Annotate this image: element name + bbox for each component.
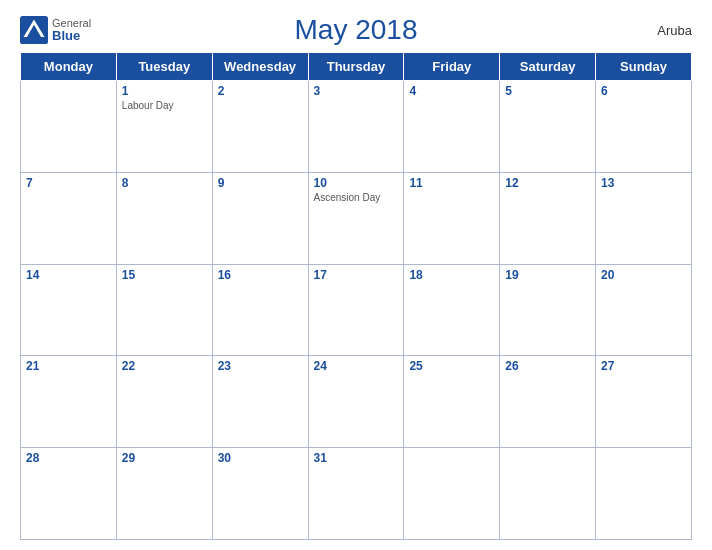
day-number: 29 bbox=[122, 451, 207, 465]
day-number: 2 bbox=[218, 84, 303, 98]
logo-blue-label: Blue bbox=[52, 29, 91, 43]
holiday-label: Ascension Day bbox=[314, 192, 399, 203]
day-number: 31 bbox=[314, 451, 399, 465]
calendar-cell: 11 bbox=[404, 172, 500, 264]
day-number: 22 bbox=[122, 359, 207, 373]
col-thursday: Thursday bbox=[308, 53, 404, 81]
col-monday: Monday bbox=[21, 53, 117, 81]
calendar-cell bbox=[404, 448, 500, 540]
day-number: 7 bbox=[26, 176, 111, 190]
day-number: 20 bbox=[601, 268, 686, 282]
page-title: May 2018 bbox=[295, 14, 418, 46]
col-wednesday: Wednesday bbox=[212, 53, 308, 81]
calendar-header: General Blue May 2018 Aruba bbox=[20, 14, 692, 46]
day-number: 28 bbox=[26, 451, 111, 465]
calendar-week-3: 14151617181920 bbox=[21, 264, 692, 356]
calendar-cell: 28 bbox=[21, 448, 117, 540]
calendar-header-row: Monday Tuesday Wednesday Thursday Friday… bbox=[21, 53, 692, 81]
calendar-cell: 15 bbox=[116, 264, 212, 356]
calendar-cell: 31 bbox=[308, 448, 404, 540]
calendar-cell: 7 bbox=[21, 172, 117, 264]
day-number: 24 bbox=[314, 359, 399, 373]
day-number: 6 bbox=[601, 84, 686, 98]
calendar-cell: 29 bbox=[116, 448, 212, 540]
day-number: 9 bbox=[218, 176, 303, 190]
day-number: 17 bbox=[314, 268, 399, 282]
calendar-cell: 17 bbox=[308, 264, 404, 356]
calendar-cell bbox=[500, 448, 596, 540]
calendar-week-5: 28293031 bbox=[21, 448, 692, 540]
calendar-cell bbox=[21, 81, 117, 173]
calendar-body: 1Labour Day2345678910Ascension Day111213… bbox=[21, 81, 692, 540]
logo-icon bbox=[20, 16, 48, 44]
calendar-cell: 25 bbox=[404, 356, 500, 448]
logo: General Blue bbox=[20, 16, 91, 44]
col-tuesday: Tuesday bbox=[116, 53, 212, 81]
day-number: 11 bbox=[409, 176, 494, 190]
day-number: 15 bbox=[122, 268, 207, 282]
country-label: Aruba bbox=[657, 23, 692, 38]
col-friday: Friday bbox=[404, 53, 500, 81]
day-number: 25 bbox=[409, 359, 494, 373]
calendar-cell: 5 bbox=[500, 81, 596, 173]
calendar-cell: 2 bbox=[212, 81, 308, 173]
day-number: 1 bbox=[122, 84, 207, 98]
logo-text: General Blue bbox=[52, 17, 91, 43]
calendar-cell: 26 bbox=[500, 356, 596, 448]
calendar-cell: 19 bbox=[500, 264, 596, 356]
day-number: 23 bbox=[218, 359, 303, 373]
calendar-week-4: 21222324252627 bbox=[21, 356, 692, 448]
calendar-cell: 12 bbox=[500, 172, 596, 264]
day-number: 12 bbox=[505, 176, 590, 190]
calendar-cell: 10Ascension Day bbox=[308, 172, 404, 264]
calendar-cell: 24 bbox=[308, 356, 404, 448]
calendar-cell: 14 bbox=[21, 264, 117, 356]
calendar-cell: 4 bbox=[404, 81, 500, 173]
day-number: 26 bbox=[505, 359, 590, 373]
col-sunday: Sunday bbox=[596, 53, 692, 81]
calendar-week-1: 1Labour Day23456 bbox=[21, 81, 692, 173]
day-number: 27 bbox=[601, 359, 686, 373]
calendar-cell: 6 bbox=[596, 81, 692, 173]
day-number: 18 bbox=[409, 268, 494, 282]
day-number: 21 bbox=[26, 359, 111, 373]
calendar-cell: 18 bbox=[404, 264, 500, 356]
day-number: 10 bbox=[314, 176, 399, 190]
calendar-cell: 13 bbox=[596, 172, 692, 264]
day-number: 13 bbox=[601, 176, 686, 190]
calendar-cell: 20 bbox=[596, 264, 692, 356]
calendar-cell: 8 bbox=[116, 172, 212, 264]
holiday-label: Labour Day bbox=[122, 100, 207, 111]
day-number: 5 bbox=[505, 84, 590, 98]
calendar-cell: 1Labour Day bbox=[116, 81, 212, 173]
calendar-table: Monday Tuesday Wednesday Thursday Friday… bbox=[20, 52, 692, 540]
day-number: 8 bbox=[122, 176, 207, 190]
calendar-cell bbox=[596, 448, 692, 540]
day-number: 14 bbox=[26, 268, 111, 282]
calendar-cell: 16 bbox=[212, 264, 308, 356]
day-number: 19 bbox=[505, 268, 590, 282]
col-saturday: Saturday bbox=[500, 53, 596, 81]
day-number: 4 bbox=[409, 84, 494, 98]
calendar-week-2: 78910Ascension Day111213 bbox=[21, 172, 692, 264]
calendar-cell: 9 bbox=[212, 172, 308, 264]
calendar-cell: 30 bbox=[212, 448, 308, 540]
calendar-cell: 22 bbox=[116, 356, 212, 448]
calendar-cell: 27 bbox=[596, 356, 692, 448]
calendar-cell: 21 bbox=[21, 356, 117, 448]
day-number: 3 bbox=[314, 84, 399, 98]
day-number: 16 bbox=[218, 268, 303, 282]
day-number: 30 bbox=[218, 451, 303, 465]
calendar-cell: 3 bbox=[308, 81, 404, 173]
calendar-cell: 23 bbox=[212, 356, 308, 448]
